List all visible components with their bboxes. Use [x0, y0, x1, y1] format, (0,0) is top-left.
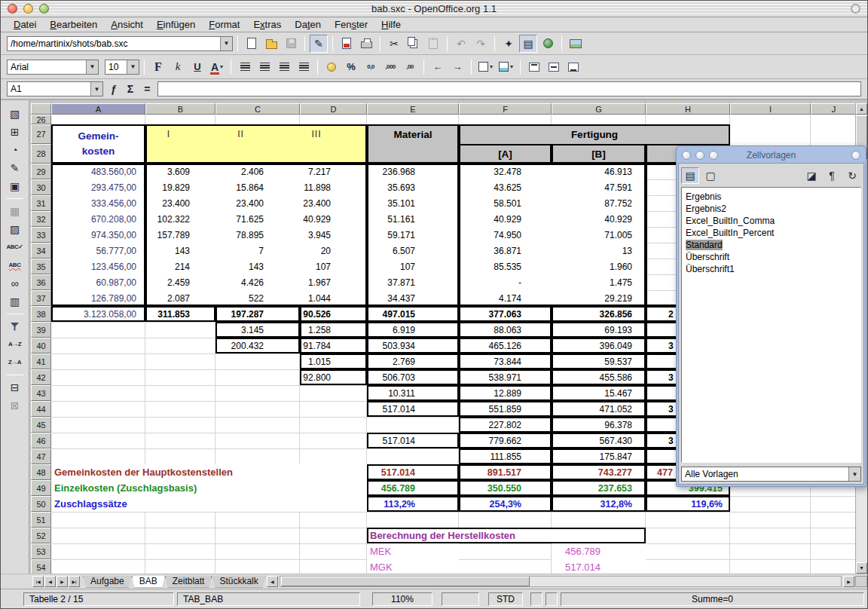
sort-descending-button[interactable]: Z→A [5, 354, 25, 371]
autofilter-button[interactable] [5, 318, 25, 335]
close-window-button[interactable] [8, 4, 17, 14]
align-center-vertical-button[interactable] [545, 58, 563, 76]
cell-B31[interactable]: 23.400 [145, 195, 215, 211]
style-item-ergebnis2[interactable]: Ergebnis2 [683, 203, 859, 215]
background-color-dropdown-arrow-icon[interactable]: ▾ [510, 63, 513, 70]
menu-daten[interactable]: Daten [288, 18, 328, 31]
document-url-input[interactable] [8, 38, 220, 49]
zoom-window-button[interactable] [39, 4, 49, 14]
cell-F38[interactable]: 377.063 [459, 306, 552, 322]
cell-G32[interactable]: 40.929 [552, 211, 646, 227]
sheet-tab-aufgabe[interactable]: Aufgabe [83, 576, 132, 588]
cell-A48[interactable]: Gemeinkosten der Hauptkostenstellen [51, 464, 367, 480]
cell-B28[interactable] [145, 144, 215, 164]
cell-F31[interactable]: 58.501 [459, 195, 552, 211]
cell-F30[interactable]: 43.625 [459, 179, 552, 195]
cell-B33[interactable]: 157.789 [145, 227, 215, 243]
hyperlink-button[interactable] [539, 35, 557, 53]
increase-indent-button[interactable]: → [448, 58, 466, 76]
row-header-51[interactable]: 51 [31, 512, 51, 528]
cell-D36[interactable]: 1.967 [300, 274, 367, 290]
cell-F42[interactable]: 538.971 [459, 369, 552, 385]
cell-E48[interactable]: 517.014 [367, 464, 459, 480]
stylist-menu-button[interactable] [851, 151, 860, 160]
number-format-percent-button[interactable]: % [342, 58, 360, 76]
cell-G47[interactable]: 175.847 [552, 448, 646, 464]
cell-D29[interactable]: 7.217 [300, 164, 367, 179]
cell-G33[interactable]: 71.005 [552, 227, 646, 243]
cell-E33[interactable]: 59.171 [367, 227, 459, 243]
style-item-standard[interactable]: Standard [683, 239, 859, 251]
status-empty-field-3[interactable] [546, 592, 558, 606]
last-sheet-icon[interactable]: ▶| [69, 576, 80, 587]
cell-F40[interactable]: 465.126 [459, 338, 552, 353]
cell-A49[interactable]: Einzelkosten (Zuschlagsbasis) [51, 480, 367, 496]
sheet-tab-bab[interactable]: BAB [132, 576, 165, 588]
menu-hilfe[interactable]: Hilfe [374, 18, 408, 31]
cell-C31[interactable]: 23.400 [215, 195, 300, 211]
cell-reference-input[interactable] [8, 84, 90, 94]
sheet-tab-zeitblatt[interactable]: Zeitblatt [165, 576, 212, 588]
row-header-43[interactable]: 43 [31, 385, 51, 401]
minimize-window-button[interactable] [23, 4, 33, 14]
row-header-52[interactable]: 52 [31, 528, 51, 543]
cell-D28[interactable] [300, 144, 367, 164]
cell-G42[interactable]: 455.586 [552, 369, 646, 385]
cell-reference-combo[interactable]: ▼ [7, 81, 103, 96]
cell-styles-button[interactable]: ▤ [681, 167, 699, 184]
cell-A50[interactable]: Zuschlagssätze [51, 496, 367, 512]
number-format-standard-button[interactable]: 0,0 [362, 58, 380, 76]
horizontal-scrollbar[interactable] [280, 576, 842, 587]
cell-D32[interactable]: 40.929 [300, 211, 367, 227]
cell-A27[interactable]: Gemein- kosten [51, 124, 145, 164]
cell-F49[interactable]: 350.550 [459, 480, 552, 496]
window-menu-button[interactable] [851, 4, 860, 14]
style-item-excel-builtin-percent[interactable]: Excel_BuiltIn_Percent [683, 227, 859, 239]
borders-dropdown-arrow-icon[interactable]: ▾ [490, 63, 493, 70]
menu-bearbeiten[interactable]: Bearbeiten [43, 18, 104, 31]
row-header-49[interactable]: 49 [31, 480, 51, 496]
column-header-A[interactable]: A [51, 103, 145, 115]
cell-E54[interactable]: MGK [367, 559, 459, 574]
horizontal-scroll-thumb[interactable] [281, 577, 530, 586]
stylist-button[interactable]: ▤ [519, 35, 537, 53]
first-sheet-icon[interactable]: |◀ [32, 576, 44, 587]
row-header-40[interactable]: 40 [31, 338, 51, 353]
row-header-27[interactable]: 27 [31, 124, 51, 144]
cell-G28[interactable]: [B] [552, 144, 646, 164]
select-all-corner[interactable] [31, 103, 51, 115]
menu-ansicht[interactable]: Ansicht [104, 18, 150, 31]
status-sum-field[interactable]: Summe=0 [561, 592, 864, 606]
cell-F44[interactable]: 551.859 [459, 401, 552, 417]
cell-B29[interactable]: 3.609 [145, 164, 215, 179]
cell-E43[interactable]: 10.311 [367, 385, 459, 401]
gallery-button[interactable] [567, 35, 585, 53]
status-sheet-field[interactable]: Tabelle 2 / 15 [23, 592, 174, 606]
cell-E29[interactable]: 236.968 [367, 164, 459, 179]
justify-button[interactable] [295, 58, 313, 76]
document-url-combo[interactable]: ▼ [7, 36, 233, 51]
italic-button[interactable]: k [169, 58, 187, 76]
cell-F28[interactable]: [A] [459, 144, 552, 164]
cell-G35[interactable]: 1.960 [552, 259, 646, 274]
new-style-from-selection-button[interactable]: ¶ [823, 167, 841, 184]
align-right-button[interactable] [275, 58, 293, 76]
function-wizard-icon[interactable]: ƒ [108, 83, 120, 95]
row-header-53[interactable]: 53 [31, 543, 51, 559]
row-header-30[interactable]: 30 [31, 179, 51, 195]
cell-F50[interactable]: 254,3% [459, 496, 552, 512]
cell-G34[interactable]: 13 [552, 243, 646, 259]
cell-G45[interactable]: 96.378 [552, 417, 646, 433]
cell-G50[interactable]: 312,8% [552, 496, 646, 512]
menu-extras[interactable]: Extras [246, 18, 288, 31]
cell-F35[interactable]: 85.535 [459, 259, 552, 274]
cell-G38[interactable]: 326.856 [552, 306, 646, 322]
insert-chart-button[interactable]: ◔ [5, 142, 25, 158]
row-header-39[interactable]: 39 [31, 322, 51, 338]
align-center-button[interactable] [255, 58, 274, 76]
cell-C37[interactable]: 522 [215, 290, 300, 306]
cell-E34[interactable]: 6.507 [367, 243, 459, 259]
cell-E30[interactable]: 35.693 [367, 179, 459, 195]
cell-A36[interactable]: 60.987,00 [51, 274, 145, 290]
cell-B38[interactable]: 311.853 [145, 306, 215, 322]
